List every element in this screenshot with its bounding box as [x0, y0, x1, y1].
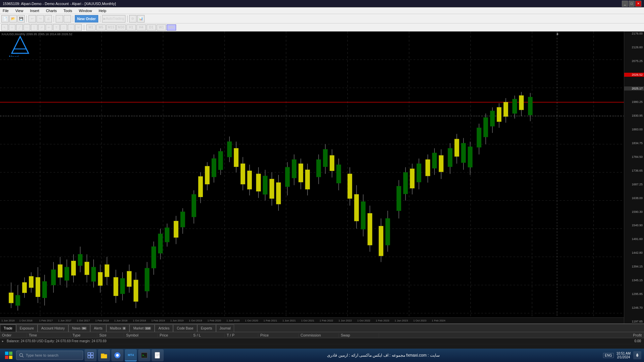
svg-rect-89 — [227, 142, 232, 157]
menu-file[interactable]: File — [1, 8, 10, 13]
notifications-button[interactable] — [633, 351, 641, 359]
svg-rect-163 — [503, 102, 508, 117]
autotrading-toggle[interactable]: ▶ AutoTrading — [102, 15, 125, 22]
svg-rect-43 — [58, 264, 62, 277]
time-label-11: 1 Feb 2020 — [205, 319, 223, 322]
chrome-app[interactable] — [111, 349, 123, 361]
minimize-button[interactable]: _ — [622, 1, 628, 7]
chart-area[interactable]: XAUUSD,Monthly 2099.95 2065.16 2014.68 2… — [0, 32, 644, 323]
svg-rect-139 — [417, 164, 421, 182]
svg-rect-177 — [91, 353, 93, 355]
svg-rect-178 — [88, 356, 90, 358]
crosshair-tool[interactable]: + — [9, 24, 15, 31]
time-label-23: 1 Feb 2024 — [429, 319, 448, 322]
tab-experts[interactable]: Experts — [197, 324, 216, 332]
strategy-button[interactable]: 📊 — [137, 15, 145, 22]
time-label-1: 1 Oct 2016 — [15, 319, 37, 322]
alpari-logo: Alpari — [7, 35, 34, 57]
svg-rect-119 — [336, 165, 341, 183]
maximize-button[interactable]: □ — [629, 1, 635, 7]
time-label-22: 1 Oct 2023 — [411, 319, 429, 322]
tab-alerts[interactable]: Alerts — [90, 324, 106, 332]
close-button[interactable]: ✕ — [635, 1, 641, 7]
mt4-app[interactable]: MT4 — [125, 349, 137, 361]
menu-window[interactable]: Window — [77, 8, 93, 13]
time-label-16: 1 Oct 2021 — [299, 319, 317, 322]
svg-rect-115 — [323, 149, 327, 167]
svg-rect-109 — [299, 164, 303, 182]
explorer-app[interactable] — [98, 349, 110, 361]
tab-exposure[interactable]: Exposure — [16, 324, 38, 332]
tf-h4[interactable]: H4 — [137, 24, 146, 31]
balance-row: ▸ Balance: 24 070.69 USD Equity: 24 070.… — [0, 338, 644, 344]
tab-journal[interactable]: Journal — [216, 324, 234, 332]
menu-insert[interactable]: Insert — [29, 8, 41, 13]
col-header-sl: S / L — [191, 333, 225, 337]
tf-m15[interactable]: M15 — [106, 24, 116, 31]
svg-rect-141 — [426, 160, 430, 176]
svg-rect-75 — [174, 221, 178, 237]
print-button[interactable]: 🖨 — [45, 15, 52, 22]
balance-profit: 0.00 — [633, 339, 644, 343]
tab-trade[interactable]: Trade — [0, 324, 16, 332]
title-bar: 15965109: Alpari-Demo - Demo Account - A… — [0, 0, 644, 7]
time-label-3: 1 Jun 2017 — [55, 319, 74, 322]
text-tool[interactable]: T — [53, 24, 60, 31]
svg-rect-107 — [292, 160, 296, 178]
line-tool[interactable]: ╱ — [16, 24, 23, 31]
menu-tools[interactable]: Tools — [62, 8, 73, 13]
svg-rect-179 — [91, 356, 93, 358]
redo-button[interactable]: ↪ — [37, 15, 44, 22]
new-chart-button[interactable]: 📄 — [1, 15, 9, 22]
svg-rect-39 — [42, 282, 47, 298]
fibonacci-tool[interactable]: Ψ — [75, 24, 82, 31]
menu-charts[interactable]: Charts — [45, 8, 58, 13]
svg-rect-81 — [198, 176, 203, 197]
save-button[interactable]: 💾 — [17, 15, 25, 22]
svg-rect-73 — [165, 228, 169, 242]
tab-account-history[interactable]: Account History — [38, 324, 68, 332]
tab-market[interactable]: Market110 — [129, 324, 155, 332]
pencil-tool[interactable]: ✏ — [46, 24, 52, 31]
time-label-19: 1 Oct 2022 — [355, 319, 373, 322]
tab-news[interactable]: News94 — [68, 324, 90, 332]
svg-rect-113 — [316, 160, 321, 177]
task-view-button[interactable] — [85, 349, 97, 361]
tf-m5[interactable]: M5 — [96, 24, 106, 31]
candlestick-chart[interactable]: + — [0, 32, 624, 323]
menu-help[interactable]: Help — [97, 8, 108, 13]
ellipse-tool[interactable]: ○ — [68, 24, 74, 31]
lang-indicator[interactable]: ENG — [603, 353, 614, 358]
taskbar-search[interactable]: Type here to search — [16, 351, 83, 360]
zoom-in-button[interactable]: + — [56, 15, 63, 22]
tf-m1[interactable]: M1 — [86, 24, 96, 31]
col-header-profit: Profit — [379, 333, 644, 337]
tf-d1[interactable]: D1 — [147, 24, 156, 31]
terminal-app[interactable]: >_ — [138, 349, 150, 361]
tab-articles[interactable]: Articles — [155, 324, 173, 332]
time-label-17: 1 Feb 2022 — [317, 319, 336, 322]
tab-codebase[interactable]: Code Base — [173, 324, 197, 332]
search-placeholder: Type here to search — [26, 353, 58, 357]
trendline-tool[interactable]: ↗ — [38, 24, 45, 31]
zoom-out-button[interactable]: - — [64, 15, 71, 22]
notepad-app[interactable] — [152, 349, 164, 361]
cursor-tool[interactable]: ↖ — [1, 24, 8, 31]
vline-tool[interactable]: │ — [31, 24, 38, 31]
price-label-15: 1442.80 — [624, 251, 644, 255]
open-button[interactable]: 📂 — [9, 15, 17, 22]
new-order-button[interactable]: New Order — [75, 15, 98, 22]
rectangle-tool[interactable]: □ — [60, 24, 67, 31]
undo-button[interactable]: ↩ — [29, 15, 36, 22]
tf-mn[interactable]: MN — [167, 24, 176, 31]
indicators-button[interactable]: ⚙ — [129, 15, 137, 22]
tf-m30[interactable]: M30 — [116, 24, 126, 31]
title-bar-controls: _ □ ✕ — [622, 1, 641, 7]
start-button[interactable] — [3, 349, 15, 361]
tf-h1[interactable]: H1 — [126, 24, 136, 31]
price-label-16: 1394.15 — [624, 264, 644, 268]
hline-tool[interactable]: — — [23, 24, 30, 31]
menu-view[interactable]: View — [14, 8, 25, 13]
tab-mailbox[interactable]: Mailbox8 — [106, 324, 130, 332]
tf-w1[interactable]: W1 — [157, 24, 166, 31]
